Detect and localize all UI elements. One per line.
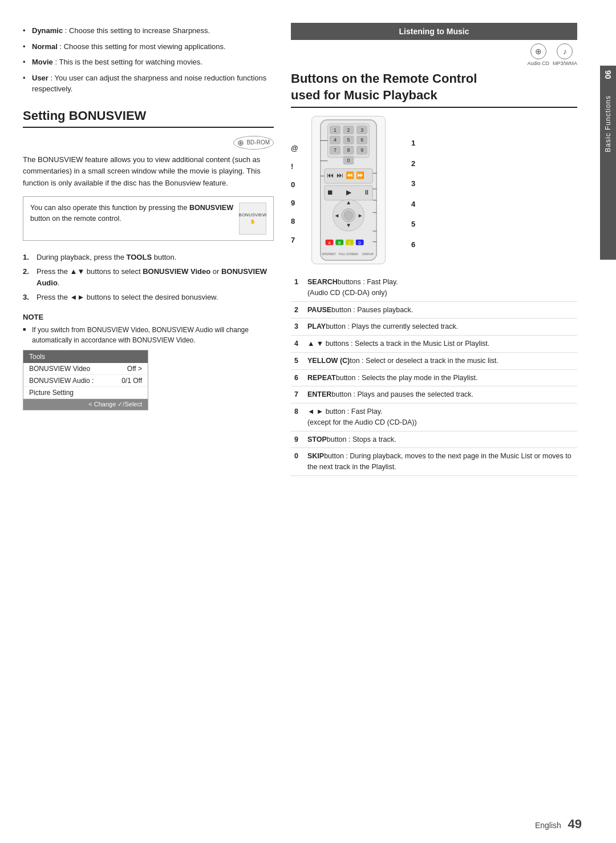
- legend-num: 6: [291, 369, 304, 386]
- heading-divider: [291, 107, 577, 108]
- heading-line1: Buttons on the Remote Control: [291, 71, 477, 86]
- note-heading: NOTE: [23, 313, 274, 321]
- legend-desc: REPEATbutton : Selects the play mode in …: [304, 369, 577, 386]
- legend-desc: PLAYbutton : Plays the currently selecte…: [304, 318, 577, 336]
- tools-dialog-row: Picture Setting: [23, 387, 148, 399]
- list-item: Normal : Choose this setting for most vi…: [23, 39, 274, 55]
- legend-desc: STOPbutton : Stops a track.: [304, 431, 577, 448]
- svg-text:8: 8: [347, 147, 350, 153]
- list-item: User : You user can adjust the sharpness…: [23, 70, 274, 97]
- tools-dialog-footer: < Change ✓/Select: [23, 399, 148, 410]
- step-1: 1. During playback, press the TOOLS butt…: [23, 250, 274, 265]
- audio-cd-icon: ⊕ Audio CD: [527, 43, 549, 66]
- svg-text:⏩: ⏩: [356, 172, 364, 180]
- info-box: You can also operate this function by pr…: [23, 196, 274, 241]
- legend-desc: ▲ ▼ buttons : Selects a track in the Mus…: [304, 336, 577, 353]
- note-list: If you switch from BONUSVIEW Video, BONU…: [23, 325, 274, 345]
- legend-desc: YELLOW (C)ton : Select or deselect a tra…: [304, 352, 577, 369]
- legend-desc: ENTERbutton : Plays and pauses the selec…: [304, 386, 577, 404]
- svg-text:D: D: [358, 241, 361, 245]
- svg-text:INTERNET: INTERNET: [322, 253, 336, 256]
- legend-num: 5: [291, 352, 304, 369]
- legend-row: 7 ENTERbutton : Plays and pauses the sel…: [291, 386, 577, 404]
- list-item: Movie : This is the best setting for wat…: [23, 54, 274, 70]
- remote-area: @ ! 0 9 8 7: [291, 116, 577, 266]
- bullet-list: Dynamic : Choose this setting to increas…: [23, 23, 274, 97]
- footer-text: English: [535, 821, 561, 830]
- step-3: 3. Press the ◄► buttons to select the de…: [23, 290, 274, 305]
- legend-desc: SEARCHbuttons : Fast Play.(Audio CD (CD-…: [304, 274, 577, 301]
- left-callouts: @ ! 0 9 8 7: [291, 116, 302, 266]
- bdrom-icon: ⊕ BD-ROM: [233, 136, 274, 150]
- list-item: Dynamic : Choose this setting to increas…: [23, 23, 274, 39]
- remote-image: 1 2 3 4 5 6 7: [311, 116, 400, 266]
- right-callouts: 1 2 3 4 5 6: [409, 116, 420, 266]
- svg-text:DISPLAY: DISPLAY: [362, 253, 374, 256]
- legend-num: 7: [291, 386, 304, 404]
- bdrom-icon-area: ⊕ BD-ROM: [23, 136, 274, 150]
- svg-text:C: C: [348, 241, 351, 245]
- legend-num: 9: [291, 431, 304, 448]
- legend-num: 8: [291, 404, 304, 431]
- svg-text:⏸: ⏸: [363, 188, 370, 196]
- heading-line2: used for Music Playback: [291, 88, 437, 102]
- numbered-steps: 1. During playback, press the TOOLS butt…: [23, 250, 274, 305]
- side-tab-label: Basic Functions: [601, 84, 615, 164]
- svg-point-37: [344, 211, 353, 220]
- svg-text:0: 0: [347, 158, 350, 163]
- legend-num: 0: [291, 448, 304, 476]
- legend-row: 0 SKIPbutton : During playback, moves to…: [291, 448, 577, 476]
- note-item: If you switch from BONUSVIEW Video, BONU…: [23, 325, 274, 345]
- legend-row: 2 PAUSEbutton : Pauses playback.: [291, 301, 577, 318]
- side-tab-number: 06: [603, 66, 613, 84]
- svg-text:⏭: ⏭: [337, 172, 343, 180]
- step-2: 2. Press the ▲▼ buttons to select BONUSV…: [23, 264, 274, 290]
- legend-row: 3 PLAYbutton : Plays the currently selec…: [291, 318, 577, 336]
- svg-text:⏹: ⏹: [327, 188, 334, 196]
- bonusview-button-image: BONUSVIEW✋: [239, 203, 266, 235]
- legend-num: 3: [291, 318, 304, 336]
- left-column: Dynamic : Choose this setting to increas…: [23, 23, 274, 826]
- legend-num: 4: [291, 336, 304, 353]
- legend-row: 6 REPEATbutton : Selects the play mode i…: [291, 369, 577, 386]
- bdrom-label: BD-ROM: [246, 139, 270, 146]
- svg-text:6: 6: [360, 138, 363, 143]
- page-number: 49: [568, 817, 582, 831]
- page-footer: English 49: [535, 817, 582, 832]
- tools-dialog: Tools BONUSVIEW Video Off > BONUSVIEW Au…: [23, 350, 148, 410]
- legend-table: 1 SEARCHbuttons : Fast Play.(Audio CD (C…: [291, 274, 577, 476]
- svg-text:◄: ◄: [334, 212, 339, 219]
- svg-text:B: B: [338, 241, 341, 245]
- tools-dialog-title: Tools: [23, 350, 148, 363]
- svg-text:⏪: ⏪: [346, 172, 354, 180]
- svg-text:9: 9: [360, 147, 363, 153]
- main-heading: Buttons on the Remote Control used for M…: [291, 71, 577, 103]
- legend-desc: PAUSEbutton : Pauses playback.: [304, 301, 577, 318]
- svg-text:7: 7: [334, 147, 337, 153]
- svg-text:▼: ▼: [346, 222, 351, 228]
- legend-num: 1: [291, 274, 304, 301]
- legend-row: 9 STOPbutton : Stops a track.: [291, 431, 577, 448]
- legend-row: 1 SEARCHbuttons : Fast Play.(Audio CD (C…: [291, 274, 577, 301]
- svg-text:▶: ▶: [346, 188, 352, 196]
- bdrom-circle: ⊕: [237, 138, 244, 147]
- svg-text:2: 2: [347, 127, 350, 133]
- legend-row: 8 ◄ ► button : Fast Play.(except for the…: [291, 404, 577, 431]
- svg-text:3: 3: [360, 127, 363, 133]
- legend-num: 2: [291, 301, 304, 318]
- svg-text:FULL SCREEN: FULL SCREEN: [339, 253, 358, 256]
- legend-row: 5 YELLOW (C)ton : Select or deselect a t…: [291, 352, 577, 369]
- legend-desc: SKIPbutton : During playback, moves to t…: [304, 448, 577, 476]
- svg-text:▲: ▲: [346, 199, 351, 205]
- audio-icons-row: ⊕ Audio CD ♪ MP3/WMA: [291, 43, 577, 66]
- svg-text:A: A: [328, 241, 331, 245]
- svg-text:⏮: ⏮: [327, 172, 334, 180]
- mp3-wma-icon: ♪ MP3/WMA: [553, 43, 577, 66]
- svg-text:5: 5: [347, 138, 350, 143]
- info-box-text: You can also operate this function by pr…: [30, 203, 233, 224]
- note-section: NOTE If you switch from BONUSVIEW Video,…: [23, 313, 274, 345]
- side-tab: 06 Basic Functions: [600, 66, 616, 260]
- bonusview-body-text: The BONUSVIEW feature allows you to view…: [23, 154, 274, 189]
- section-bar: Listening to Music: [291, 23, 577, 40]
- section-heading-bonusview: Setting BONUSVIEW: [23, 108, 274, 128]
